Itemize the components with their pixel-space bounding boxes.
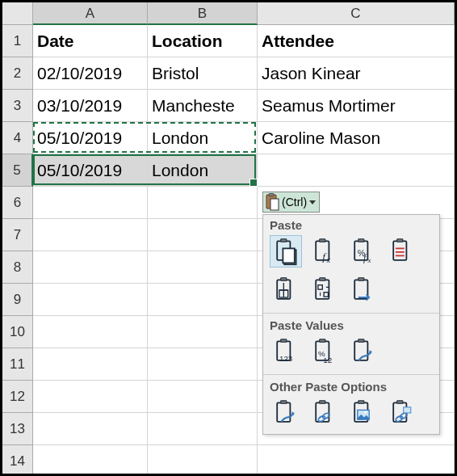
row-headers: 1234567891011121314 [2, 25, 33, 476]
chevron-down-icon [309, 200, 316, 204]
paste-no-borders-icon[interactable] [386, 235, 418, 267]
cell-B5[interactable]: London [148, 154, 258, 187]
cell-C14[interactable] [258, 445, 455, 476]
select-all-corner[interactable] [2, 2, 33, 25]
svg-rect-30 [354, 280, 367, 298]
paste-options-panel[interactable]: Paste fx %fx Paste Values 123 %12 [262, 214, 440, 435]
paste-options-label: (Ctrl) [282, 196, 307, 209]
svg-text:12: 12 [323, 356, 332, 364]
cell-A7[interactable] [33, 219, 148, 251]
column-header-C[interactable]: C [258, 2, 455, 25]
svg-rect-55 [404, 407, 411, 413]
cell-C3[interactable]: Seamus Mortimer [258, 90, 455, 122]
cell-C1[interactable]: Attendee [258, 25, 455, 57]
svg-rect-48 [358, 401, 364, 404]
cell-B2[interactable]: Bristol [148, 57, 258, 90]
svg-text:f: f [363, 253, 367, 263]
paste-linked-picture-icon[interactable] [386, 397, 418, 429]
svg-rect-22 [281, 278, 287, 281]
cell-A9[interactable] [33, 284, 148, 316]
cell-A12[interactable] [33, 381, 148, 413]
cell-A13[interactable] [33, 413, 148, 445]
paste-formulas-numfmt-icon[interactable]: %fx [347, 235, 379, 267]
cell-A3[interactable]: 03/10/2019 [33, 90, 148, 122]
paste-values-numfmt-icon[interactable]: %12 [308, 335, 341, 368]
row-header-12[interactable]: 12 [2, 381, 33, 413]
cell-B3[interactable]: Mancheste [148, 90, 258, 122]
cell-B8[interactable] [148, 251, 258, 284]
row-header-8[interactable]: 8 [2, 251, 33, 284]
cell-B12[interactable] [148, 381, 258, 413]
row-header-5[interactable]: 5 [2, 154, 33, 187]
svg-text:123: 123 [279, 354, 293, 363]
cell-A8[interactable] [33, 251, 148, 284]
column-header-B[interactable]: B [148, 2, 258, 25]
spreadsheet-window: ABC 1234567891011121314 DateLocationAtte… [0, 0, 457, 476]
svg-rect-2 [270, 199, 279, 210]
paste-transpose-icon[interactable] [308, 274, 341, 306]
cell-B11[interactable] [148, 348, 258, 381]
paste-options-button[interactable]: (Ctrl) [262, 192, 320, 213]
svg-rect-28 [318, 285, 322, 289]
cell-B6[interactable] [148, 187, 258, 219]
row-header-10[interactable]: 10 [2, 316, 33, 348]
cell-B13[interactable] [148, 413, 258, 445]
clipboard-icon [264, 193, 280, 211]
svg-text:x: x [326, 255, 331, 264]
cell-A11[interactable] [33, 348, 148, 381]
cell-A1[interactable]: Date [33, 25, 148, 57]
row-header-11[interactable]: 11 [2, 348, 33, 381]
cell-A2[interactable]: 02/10/2019 [33, 57, 148, 90]
cell-B14[interactable] [148, 445, 258, 476]
cell-A4[interactable]: 05/10/2019 [33, 122, 148, 154]
paste-formulas-icon[interactable]: fx [308, 235, 341, 267]
row-header-13[interactable]: 13 [2, 413, 33, 445]
row-header-3[interactable]: 3 [2, 90, 33, 122]
cell-A14[interactable] [33, 445, 148, 476]
paste-formatting-icon[interactable] [270, 397, 302, 429]
cell-A6[interactable] [33, 187, 148, 219]
row-header-2[interactable]: 2 [2, 57, 33, 90]
cell-C5[interactable] [258, 154, 455, 187]
row-header-9[interactable]: 9 [2, 284, 33, 316]
cell-A5[interactable]: 05/10/2019 [33, 154, 148, 187]
cell-B4[interactable]: London [148, 122, 258, 154]
svg-rect-4 [281, 239, 287, 242]
svg-rect-52 [397, 401, 403, 404]
row-header-1[interactable]: 1 [2, 25, 33, 57]
svg-rect-27 [320, 278, 325, 281]
paste-icon[interactable] [270, 235, 302, 267]
svg-rect-36 [320, 339, 325, 343]
paste-picture-icon[interactable] [347, 397, 379, 429]
svg-rect-6 [283, 248, 294, 263]
svg-rect-40 [358, 339, 364, 343]
paste-merge-cond-icon[interactable] [347, 274, 379, 306]
svg-point-50 [364, 411, 367, 414]
cell-B7[interactable] [148, 219, 258, 251]
svg-rect-42 [281, 401, 287, 404]
svg-rect-44 [320, 401, 325, 404]
paste-values-srcfmt-icon[interactable] [347, 335, 379, 368]
svg-rect-31 [358, 278, 364, 281]
svg-rect-1 [269, 194, 274, 196]
svg-text:x: x [367, 256, 371, 264]
cell-B9[interactable] [148, 284, 258, 316]
cell-B1[interactable]: Location [148, 25, 258, 57]
row-header-6[interactable]: 6 [2, 187, 33, 219]
row-header-4[interactable]: 4 [2, 122, 33, 154]
paste-values-icon[interactable]: 123 [270, 335, 302, 368]
cell-C4[interactable]: Caroline Mason [258, 122, 455, 154]
svg-rect-33 [281, 339, 287, 343]
column-header-A[interactable]: A [33, 2, 148, 25]
svg-rect-29 [324, 293, 328, 297]
row-header-7[interactable]: 7 [2, 219, 33, 251]
cell-B10[interactable] [148, 316, 258, 348]
cell-A10[interactable] [33, 316, 148, 348]
cell-C2[interactable]: Jason Kinear [258, 57, 455, 90]
paste-section-title: Other Paste Options [263, 377, 439, 395]
paste-link-icon[interactable] [308, 397, 341, 429]
svg-rect-8 [320, 239, 325, 242]
paste-keep-width-icon[interactable] [270, 274, 302, 306]
column-headers: ABC [33, 2, 455, 25]
row-header-14[interactable]: 14 [2, 445, 33, 476]
